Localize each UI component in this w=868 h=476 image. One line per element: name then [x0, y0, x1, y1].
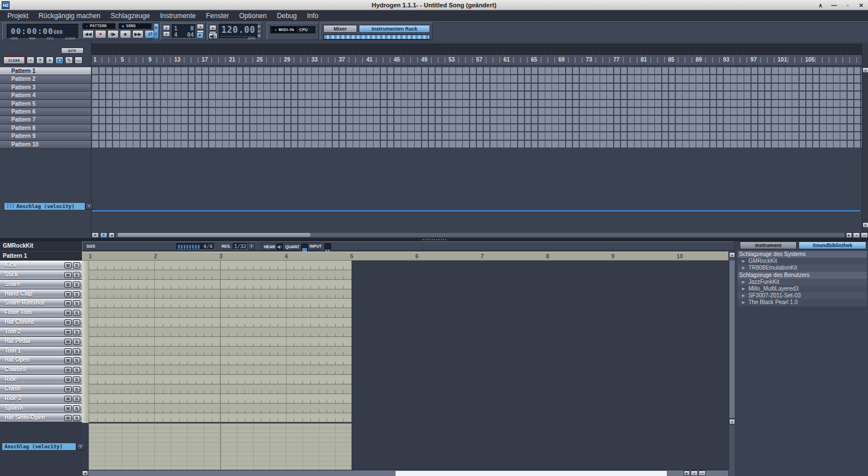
instrument-row[interactable]: Hat Pedal M S	[0, 337, 82, 347]
pattern-row[interactable]: Pattern 6	[0, 108, 91, 116]
instrument-row[interactable]: Ride M S	[0, 375, 82, 384]
mute-button[interactable]: M	[64, 415, 72, 421]
beat-counter-toggle[interactable]: B C	[154, 23, 159, 39]
song-mode-button[interactable]: SONG	[119, 23, 151, 29]
solo-button[interactable]: S	[73, 310, 80, 316]
song-hscroll-thumb[interactable]	[118, 233, 310, 237]
expand-arrow-icon[interactable]: ▶	[742, 265, 745, 271]
rubberband-label[interactable]: R U B	[257, 24, 261, 38]
instrument-row[interactable]: Hat Closed M S	[0, 318, 82, 327]
solo-button[interactable]: S	[73, 386, 80, 392]
pattern-scroll-right-button[interactable]: ▶	[684, 470, 690, 476]
instrument-row[interactable]: Crash M S	[0, 384, 82, 394]
instrument-row[interactable]: Cowbell M S	[0, 365, 82, 375]
solo-button[interactable]: S	[73, 357, 80, 364]
pattern-mode-button[interactable]: PATTERN	[83, 23, 115, 29]
library-tree-row[interactable]: Schlagzeuge des Benutzers	[737, 272, 867, 279]
mute-button[interactable]: M	[64, 348, 72, 354]
pattern-row[interactable]: Pattern 5	[0, 100, 91, 108]
instrument-row[interactable]: Floor Tom M S	[0, 308, 82, 318]
library-tree-row[interactable]: ▶ The Black Pearl 1.0	[737, 299, 867, 306]
solo-button[interactable]: S	[73, 262, 80, 269]
menu-item[interactable]: Optionen	[234, 11, 272, 21]
menu-item[interactable]: Info	[302, 11, 323, 21]
minimize-button[interactable]: —	[831, 2, 837, 8]
instrument-row[interactable]: Snare M S	[0, 280, 82, 289]
instrument-row[interactable]: Hat Open M S	[0, 356, 82, 365]
mute-button[interactable]: M	[64, 291, 72, 297]
pattern-zoom-in-button[interactable]: +	[691, 470, 698, 476]
record-button[interactable]: ●	[95, 30, 106, 38]
instrument-row[interactable]: Ride 2 M S	[0, 394, 82, 404]
pattern-vscroll-thumb[interactable]	[730, 261, 735, 418]
library-tree-row[interactable]: ▶ Millo_MultiLayered3	[737, 285, 867, 292]
song-scroll-up-button[interactable]: ▲	[862, 67, 868, 73]
song-zoom-in-button[interactable]: +	[853, 232, 860, 238]
select-mode-button[interactable]	[55, 57, 63, 64]
mute-button[interactable]: M	[64, 386, 72, 392]
resolution-dropdown-button[interactable]: ▼	[248, 243, 255, 250]
move-pattern-up-button[interactable]: ▲	[46, 57, 54, 64]
automation-line[interactable]	[92, 210, 860, 211]
menu-item[interactable]: Fenster	[201, 11, 235, 21]
pattern-row[interactable]: Pattern 9	[0, 132, 91, 140]
solo-button[interactable]: S	[73, 291, 80, 297]
hear-notes-toggle[interactable]	[276, 244, 283, 250]
move-pattern-down-button[interactable]: ▼	[36, 57, 44, 64]
instrument-row[interactable]: Hand Clap M S	[0, 289, 82, 299]
rewind-button[interactable]: ◀◀	[83, 30, 94, 38]
pattern-row[interactable]: Pattern 4	[0, 92, 91, 99]
mute-button[interactable]: M	[64, 282, 72, 288]
song-property-selector[interactable]: Anschlag (velocity)	[5, 203, 85, 210]
instrument-row[interactable]: Splash M S	[0, 404, 82, 413]
expand-arrow-icon[interactable]: ▶	[742, 299, 745, 306]
instrument-row[interactable]: Tom 1 M S	[0, 347, 82, 356]
library-tree-row[interactable]: ▶ GMRockKit	[737, 258, 867, 265]
mute-button[interactable]: M	[64, 300, 72, 306]
library-tree-row[interactable]: ▶ SF3007-2011-Set-03	[737, 292, 867, 299]
mute-button[interactable]: M	[64, 272, 72, 278]
pattern-row[interactable]: Pattern 8	[0, 124, 91, 132]
mute-button[interactable]: M	[64, 357, 72, 364]
instrument-row[interactable]: Stick M S	[0, 270, 82, 280]
pattern-scroll-left-button[interactable]: ◀	[82, 470, 88, 476]
timeline-scroll-button[interactable]: T	[100, 232, 107, 238]
pattern-vscroll[interactable]: ▲ ▼	[728, 252, 735, 476]
solo-button[interactable]: S	[73, 367, 80, 373]
solo-button[interactable]: S	[73, 329, 80, 335]
note-property-dropdown-button[interactable]: ▼	[77, 443, 84, 450]
library-tree-row[interactable]: ▶ TR808EmulationKit	[737, 265, 867, 271]
song-hscroll-track[interactable]	[116, 232, 845, 237]
instrument-row[interactable]: Tom 2 M S	[0, 327, 82, 337]
menu-item[interactable]: Projekt	[2, 11, 33, 21]
song-property-dropdown-button[interactable]: ▼	[85, 203, 93, 210]
solo-button[interactable]: S	[73, 348, 80, 354]
mute-button[interactable]: M	[64, 339, 72, 345]
bpm-up-button[interactable]: ▲	[209, 25, 216, 31]
beat-up-button[interactable]: ▲	[163, 25, 170, 31]
menu-item[interactable]: Instrumente	[155, 11, 201, 21]
pattern-scroll-button[interactable]: P	[92, 232, 99, 238]
play-button[interactable]: ‖▶	[107, 30, 119, 38]
pattern-row[interactable]: Pattern 7	[0, 116, 91, 124]
quantize-toggle[interactable]	[301, 244, 308, 250]
forward-button[interactable]: ▶▶	[132, 30, 144, 38]
timeline-bpm-button[interactable]: BPM	[61, 47, 84, 54]
close-button[interactable]: ✕	[858, 2, 865, 8]
play-on-count-button[interactable]: P	[197, 32, 203, 38]
mute-button[interactable]: M	[64, 396, 72, 402]
beat-down-button[interactable]: ▼	[163, 31, 170, 37]
expand-arrow-icon[interactable]: ▶	[742, 285, 745, 292]
size-display[interactable]: 4/4	[176, 243, 215, 250]
delete-mode-button[interactable]: —	[75, 57, 83, 64]
note-property-selector[interactable]: Anschlag (velocity)	[2, 443, 76, 450]
tab-soundbibliothek[interactable]: Soundbibliothek	[798, 241, 866, 249]
song-zoom-out-button[interactable]: —	[861, 232, 868, 238]
pattern-grid-active[interactable]	[89, 261, 351, 423]
tempo-lane[interactable]	[92, 44, 862, 55]
mixer-button[interactable]: Mixer	[323, 25, 357, 33]
pattern-scroll-up-button[interactable]: ▲	[729, 252, 735, 258]
instrument-row[interactable]: Kick M S	[0, 261, 82, 270]
tab-instrument[interactable]: Instrument	[740, 241, 797, 249]
library-tree-row[interactable]: Schlagzeuge des Systems	[737, 251, 867, 258]
